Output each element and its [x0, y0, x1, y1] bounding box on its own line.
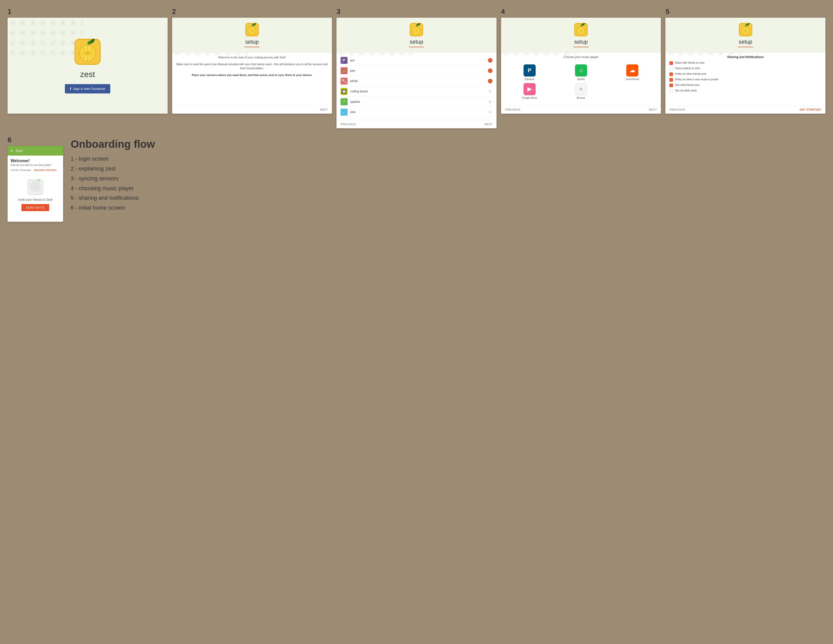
choose-music-text: Choose your music player [505, 55, 657, 59]
notif-check-4[interactable]: ✓ [669, 78, 673, 82]
notif-check-2[interactable] [669, 67, 673, 71]
spatula-check: ↻ [488, 100, 492, 104]
notif-item-6: See all public posts [669, 89, 822, 93]
start-cooking-link[interactable]: START COOKING [11, 169, 31, 171]
onboarding-item-4: 4 - choosing music player [71, 185, 825, 192]
app-title: Zest [15, 149, 22, 153]
sensor-pot-name: pot [350, 59, 488, 62]
google-music-item[interactable]: ▶ Google Music [505, 83, 554, 99]
screen-5-number: 5 [666, 8, 825, 16]
screen-2-header: setup [172, 18, 332, 53]
screen-6-number: 6 [8, 136, 63, 144]
screen-4-bg: setup Choose your music player P Pandora… [501, 18, 661, 114]
screen-2-container: 2 [172, 8, 332, 128]
browse-logo: + [575, 83, 587, 95]
zest-title: zest [80, 70, 95, 79]
sensor-text: Place your sensors where you want them, … [176, 73, 328, 77]
soundcloud-item[interactable]: ☁ Soundcloud [608, 64, 657, 80]
pan-icon: 🥘 [341, 67, 347, 74]
screen-4-number: 4 [501, 8, 661, 16]
screen-4-content: Choose your music player P Pandora ♫ Spo… [501, 53, 661, 105]
spotify-item[interactable]: ♫ Spotify [556, 64, 606, 80]
sensor-spatula: 🍀 spatula ↻ [341, 97, 492, 107]
screen-2-divider [244, 47, 259, 47]
screen-6-body: Welcome! How do you want to use Zest tod… [8, 156, 63, 217]
screen-1-number: 1 [8, 8, 167, 16]
pan-check: ✓ [488, 68, 492, 73]
screen-3-number: 3 [336, 8, 497, 16]
sensor-whisk-name: whisk [350, 79, 488, 83]
notif-check-1[interactable]: ✓ [669, 61, 673, 65]
svg-rect-4 [8, 18, 83, 56]
screen-5-content: Sharing and Notifications ✓ Share with f… [666, 53, 825, 105]
manual-text: Make sure to read the quick User Manual … [176, 62, 328, 71]
screen-3-prev-button[interactable]: PREVIOUS [341, 123, 356, 126]
screen-2-bg: setup Welcome to the start of your cooki… [172, 18, 332, 114]
notif-label-1: Share with friends on Zest [675, 61, 704, 64]
facebook-icon: f [70, 87, 71, 91]
soundcloud-logo: ☁ [626, 64, 638, 77]
notif-item-5: ✓ See what friends post [669, 84, 822, 87]
invite-section: Invite your friends to Zest! SEND INVITE [11, 175, 60, 214]
screen-1-card: zest f Sign in with Facebook [8, 18, 167, 114]
screen-2-content: Welcome to the start of your cooking jou… [172, 53, 332, 105]
get-started-button[interactable]: GET STARTED! [800, 108, 822, 111]
screen-3-next-button[interactable]: NEXT [484, 123, 492, 126]
invite-text: Invite your friends to Zest! [18, 198, 53, 201]
screen-2-footer: NEXT [172, 105, 332, 114]
sensor-cutting-board-name: cutting board [350, 90, 488, 93]
sensor-sink-name: sink [350, 110, 488, 114]
notif-item-4: ✓ Notify me when a new recipe is posted [669, 78, 822, 82]
sensor-pot: 🍳 pot ✓ [341, 55, 492, 66]
notif-check-5[interactable]: ✓ [669, 84, 673, 87]
browse-item[interactable]: + Browse [556, 83, 606, 99]
fb-button-label: Sign in with Facebook [73, 87, 105, 91]
screen-3-content: 🍳 pot ✓ 🥘 pan ✓ 🥄 whisk ✓ [336, 53, 497, 120]
notif-label-5: See what friends post [675, 84, 699, 86]
notif-check-3[interactable]: ✓ [669, 72, 673, 76]
onboarding-item-1: 1 - login screen [71, 155, 825, 163]
pandora-item[interactable]: P Pandora [505, 64, 554, 80]
screen-3-card: setup 🍳 pot ✓ 🥘 pan ✓ [336, 18, 497, 128]
screen-4-next-button[interactable]: NEXT [649, 108, 657, 111]
sensor-whisk: 🥄 whisk ✓ [341, 76, 492, 86]
sensor-list: 🍳 pot ✓ 🥘 pan ✓ 🥄 whisk ✓ [341, 55, 492, 118]
sensor-cutting-board: 🔲 cutting board ↻ [341, 86, 492, 97]
notif-label-3: Notify me when friends post [675, 72, 706, 75]
screen-4-title: setup [574, 39, 588, 45]
browse-recipes-link[interactable]: BROWSE RECIPES [34, 169, 57, 171]
soundcloud-label: Soundcloud [626, 78, 639, 80]
send-invite-button[interactable]: SEND INVITE [21, 204, 50, 211]
setup-logo-5 [738, 23, 753, 37]
notif-check-6[interactable] [669, 89, 673, 93]
screen-2-card: setup Welcome to the start of your cooki… [172, 18, 332, 114]
welcome-subtitle: How do you want to use Zest today? [11, 164, 60, 166]
screen-5-card: setup Sharing and Notifications ✓ Share … [666, 18, 825, 114]
screen-4-card: setup Choose your music player P Pandora… [501, 18, 661, 114]
sink-icon: 💧 [341, 109, 347, 116]
hamburger-icon[interactable]: ≡ [11, 148, 13, 153]
screen-5-title: setup [738, 39, 752, 45]
browse-label: Browse [577, 97, 585, 99]
fb-signin-button[interactable]: f Sign in with Facebook [65, 84, 110, 93]
notif-label-6: See all public posts [675, 89, 697, 92]
screen-5-container: 5 [666, 8, 825, 128]
screen-1-bg: zest f Sign in with Facebook [8, 18, 167, 114]
pandora-label: Pandora [525, 78, 534, 80]
lemon-logo [74, 38, 101, 66]
notif-item-3: ✓ Notify me when friends post [669, 72, 822, 76]
screen-4-prev-button[interactable]: PREVIOUS [505, 108, 521, 111]
setup-logo-4 [574, 23, 588, 37]
screen-5-prev-button[interactable]: PREVIOUS [669, 108, 685, 111]
spotify-logo: ♫ [575, 64, 587, 77]
pot-check: ✓ [488, 58, 492, 63]
sensor-pan: 🥘 pan ✓ [341, 66, 492, 76]
screen-4-divider [574, 47, 589, 47]
screen-5-header: setup [666, 18, 825, 53]
screen-2-next-button[interactable]: NEXT [320, 108, 328, 111]
onboarding-item-2: 2 - explaining zest [71, 165, 825, 173]
screen-6-card: ≡ Zest Welcome! How do you want to use Z… [8, 146, 63, 222]
notif-title: Sharing and Notifications [669, 55, 822, 59]
google-music-label: Google Music [522, 97, 537, 99]
sensor-sink: 💧 sink ↻ [341, 107, 492, 118]
